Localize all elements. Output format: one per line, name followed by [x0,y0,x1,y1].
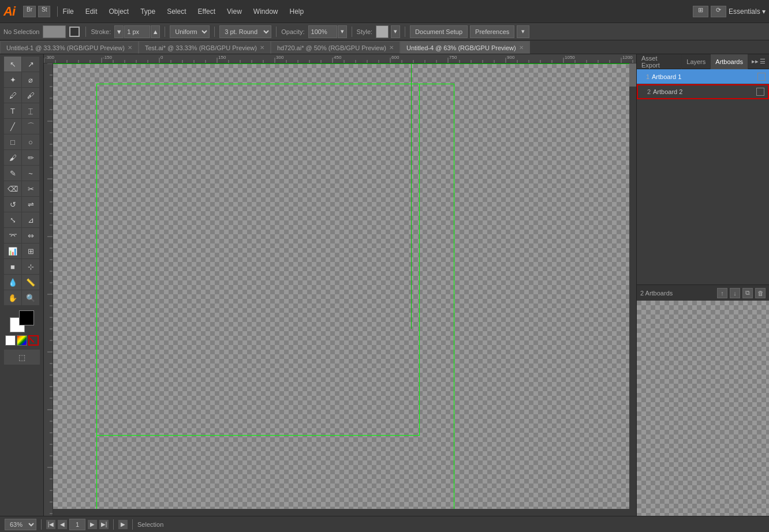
menu-file[interactable]: File [60,6,76,17]
selection-tool[interactable]: ↖ [4,57,21,72]
scale-tool[interactable]: ⤡ [4,212,21,227]
fill-swatch[interactable] [43,25,66,38]
tab-test[interactable]: Test.ai* @ 33.33% (RGB/GPU Preview) ✕ [139,41,271,54]
artboard-delete-btn[interactable]: 🗑 [755,288,766,298]
graph-tool[interactable]: 📊 [4,243,21,258]
tab-untitled1[interactable]: Untitled-1 @ 33.33% (RGB/GPU Preview) ✕ [0,41,139,54]
scrollbar-thumb-v[interactable] [629,63,636,87]
tab-close-2[interactable]: ✕ [389,44,394,51]
weight-select[interactable]: Uniform [170,25,210,38]
gradient-tool[interactable]: ■ [4,259,21,274]
arc-tool[interactable]: ⌒ [22,119,39,134]
data-table-tool[interactable]: ⊞ [22,243,39,258]
zoom-tool[interactable]: 🔍 [22,290,39,305]
panel-tab-layers[interactable]: Layers [682,54,711,69]
style-swatch[interactable] [376,25,389,38]
eraser-tool[interactable]: ⌫ [4,181,21,196]
shear-tool[interactable]: ⊿ [22,212,39,227]
preferences-btn[interactable]: Preferences [470,25,514,38]
rotate-tool[interactable]: ↺ [4,197,21,212]
eyedropper-tool[interactable]: 💧 [4,275,21,290]
menu-effect[interactable]: Effect [196,6,218,17]
tab-close-3[interactable]: ✕ [519,44,524,51]
tool-row-1: ↖ ↗ [4,57,39,72]
curvature-tool[interactable]: 🖋 [22,88,39,103]
stroke-up-btn[interactable]: ▲ [151,25,160,38]
panel-tab-artboards[interactable]: Artboards [711,54,748,69]
stroke-swatch-box[interactable] [68,25,81,38]
toolbar-more-btn[interactable]: ▾ [517,25,529,38]
artboard-resize-icon-1[interactable] [757,73,766,81]
artboard-tool[interactable]: ⬚ [4,350,40,365]
menu-object[interactable]: Object [106,6,131,17]
menu-type[interactable]: Type [138,6,158,17]
stroke-color-swatch[interactable] [19,310,34,325]
artboard-new-btn[interactable]: ⧉ [742,288,753,298]
ellipse-tool[interactable]: ○ [22,134,39,149]
menu-window[interactable]: Window [251,6,281,17]
nav-prev-btn[interactable]: ◀ [58,520,67,529]
ruler-horizontal: // done in JS below -300-150015030045060… [44,54,636,63]
menu-edit[interactable]: Edit [83,6,100,17]
sync-btn[interactable]: ⟳ [711,6,726,17]
tab-close-1[interactable]: ✕ [260,44,264,51]
grid-btn[interactable]: ⊞ [693,6,708,17]
opacity-input[interactable] [308,25,337,38]
canvas-area[interactable]: // done in JS below -300-150015030045060… [44,54,636,516]
stroke-down-btn[interactable]: ▼ [114,25,124,38]
nav-last-btn[interactable]: ▶| [99,520,109,529]
artboard-row-2[interactable]: 2 Artboard 2 [637,84,769,99]
tab-untitled4[interactable]: Untitled-4 @ 63% (RGB/GPU Preview) ✕ [400,41,530,54]
style-dropdown-btn[interactable]: ▾ [391,25,400,38]
page-number-input[interactable] [69,519,85,530]
menu-view[interactable]: View [225,6,244,17]
nav-next-btn[interactable]: ▶ [88,520,97,529]
panel-tab-asset-export[interactable]: Asset Export [637,54,682,69]
tip-select[interactable]: 3 pt. Round [219,25,271,38]
bridge-btn[interactable]: Br [23,6,36,17]
pen-tool[interactable]: 🖊 [4,88,21,103]
artboard-move-up-btn[interactable]: ↑ [717,288,727,298]
direct-selection-tool[interactable]: ↗ [22,57,39,72]
stroke-value-input[interactable] [124,25,150,38]
zoom-select[interactable]: 63% [5,519,36,530]
magic-wand-tool[interactable]: ✦ [4,72,21,87]
warp-tool[interactable]: ⌤ [4,228,21,243]
document-setup-btn[interactable]: Document Setup [410,25,468,38]
hand-tool[interactable]: ✋ [4,290,21,305]
stock-btn[interactable]: St [38,6,50,17]
width-tool[interactable]: ⇔ [22,228,39,243]
lasso-tool[interactable]: ⌀ [22,72,39,87]
menu-help[interactable]: Help [288,6,307,17]
workspace-label[interactable]: Essentials ▾ [729,8,766,16]
line-tool[interactable]: ╱ [4,119,21,134]
menu-select[interactable]: Select [165,6,188,17]
sep-tip [276,27,277,37]
reflect-tool[interactable]: ⇌ [22,197,39,212]
scrollbar-horizontal[interactable] [53,509,629,516]
gradient-swatch[interactable] [17,335,27,346]
pencil-tool[interactable]: ✎ [4,166,21,181]
canvas-work-area[interactable] [53,63,636,516]
nav-first-btn[interactable]: |◀ [46,520,55,529]
artboard-move-down-btn[interactable]: ↓ [730,288,740,298]
none-swatch[interactable] [5,335,16,346]
tab-close-0[interactable]: ✕ [128,44,132,51]
tab-hd720[interactable]: hd720.ai* @ 50% (RGB/GPU Preview) ✕ [271,41,400,54]
mesh-tool[interactable]: ⊹ [22,259,39,274]
scrollbar-vertical[interactable] [629,63,636,516]
paintbrush-tool[interactable]: 🖌 [4,150,21,165]
measure-tool[interactable]: 📏 [22,275,39,290]
blob-brush-tool[interactable]: ✏ [22,150,39,165]
artboard-resize-icon-2[interactable] [756,88,764,96]
smooth-tool[interactable]: ~ [22,166,39,181]
rect-tool[interactable]: □ [4,134,21,149]
panel-tabs-more-btn[interactable]: ▸▸ ☰ [748,58,769,65]
play-btn[interactable]: ▶ [118,520,128,529]
artboard-row-1[interactable]: 1 Artboard 1 [637,69,769,84]
type-tool[interactable]: T [4,103,21,118]
opacity-dropdown-btn[interactable]: ▾ [338,25,347,38]
none-icon[interactable] [28,335,39,346]
scissors-tool[interactable]: ✂ [22,181,39,196]
vertical-type-tool[interactable]: ⌶ [22,103,39,118]
